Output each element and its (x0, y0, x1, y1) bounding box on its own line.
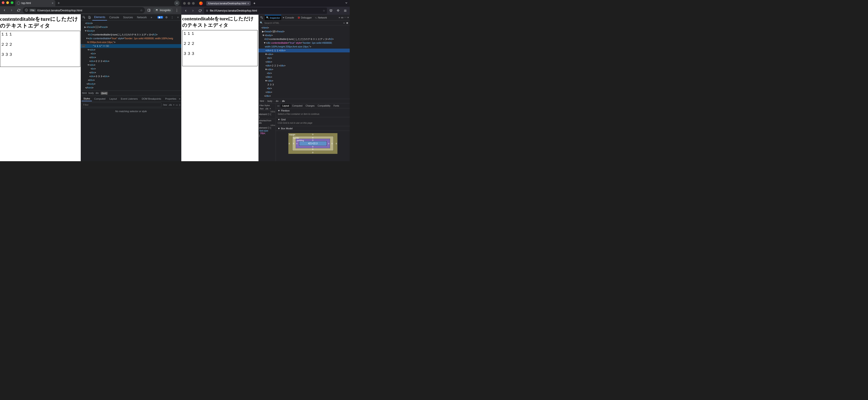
styles-filter-input[interactable] (82, 102, 161, 107)
svg-rect-0 (148, 9, 150, 11)
device-toggle-icon[interactable] (87, 15, 92, 20)
maximize-window-button[interactable] (11, 1, 13, 4)
reload-button[interactable] (16, 7, 22, 13)
compatibility-tab[interactable]: Compatibility (316, 104, 332, 108)
elements-dom-tree[interactable]: <html> ▶<head>…</head> ▼<body> <h2>conte… (81, 21, 181, 91)
minimize-window-button[interactable] (6, 1, 9, 4)
fonts-tab[interactable]: Fonts (332, 104, 341, 108)
layout-tab[interactable]: Layout (108, 96, 119, 101)
close-tab-icon[interactable]: × (248, 2, 249, 5)
crumb-div[interactable]: div (276, 100, 279, 102)
styles-tab[interactable]: Styles (82, 96, 92, 101)
more-tabs-icon[interactable]: » (149, 15, 154, 20)
browser-tab[interactable]: /Users/yui.tanaka/Desktop/top.html × (206, 1, 251, 6)
crumb-html[interactable]: html (82, 92, 87, 95)
tab-network[interactable]: ↑↓ Network (314, 16, 328, 20)
rules-pane[interactable]: Filter Styles :hov .cls + inline element… (258, 103, 276, 161)
extensions-icon[interactable] (335, 7, 341, 14)
search-html-input[interactable] (264, 22, 342, 24)
new-tab-button[interactable]: + (58, 1, 60, 6)
tab-console[interactable]: Console (107, 14, 121, 20)
layout-pane: ▭ Layout Computed Changes Compatibility … (276, 103, 350, 161)
close-tab-icon[interactable]: × (52, 1, 54, 5)
crumb-html[interactable]: html (260, 100, 264, 102)
cls-toggle[interactable]: .cls (168, 104, 172, 106)
contenteditable-box[interactable]: １１１ ２２２ ３３３ (182, 30, 257, 66)
lock-icon[interactable]: 🗎 (206, 9, 209, 12)
side-panel-button[interactable] (146, 7, 152, 13)
bookmark-star-icon[interactable]: ☆ (140, 9, 143, 12)
inspector-dom-tree[interactable]: <html> ▶<head>⇄</head> ▼<body> <h2>conte… (258, 25, 350, 99)
pocket-icon[interactable] (328, 7, 334, 14)
minimize-window-button[interactable] (188, 2, 190, 5)
close-window-button[interactable] (183, 2, 186, 5)
new-tab-button[interactable]: + (253, 1, 255, 5)
url-bar[interactable]: 🗎 file:///Users/yui.tanaka/Desktop/top.h… (204, 7, 327, 14)
tab-debugger[interactable]: 🐞 Debugger (296, 15, 313, 20)
new-style-button[interactable]: + (173, 104, 175, 106)
page-heading: contenteditableをtureにしただけのテキストエディタ (182, 16, 257, 28)
tab-inspector[interactable]: 🔍 Inspector (265, 15, 281, 20)
inspect-element-icon[interactable] (82, 15, 87, 20)
forward-button[interactable] (190, 7, 196, 14)
hov-toggle[interactable]: :hov (163, 104, 167, 106)
boxmodel-accordion[interactable]: ▼ Box Model (276, 126, 350, 131)
back-button[interactable] (183, 7, 189, 14)
crumb-text[interactable]: (text) (101, 92, 108, 95)
issues-badge[interactable]: ▣ 1 (157, 16, 163, 19)
firefox-window: /Users/yui.tanaka/Desktop/top.html × + 🗎… (181, 0, 350, 161)
tab-list-button[interactable] (345, 1, 348, 5)
eyedropper-icon[interactable]: ◉ (346, 22, 348, 24)
flexbox-accordion[interactable]: ▼ Flexbox Select a Flex container or ite… (276, 109, 350, 117)
chrome-menu-button[interactable]: ⋮ (174, 7, 180, 13)
close-window-button[interactable] (2, 1, 4, 4)
url-bar[interactable]: ⓘ File /Users/yui.tanaka/Desktop/top.htm… (23, 7, 145, 13)
computed-toggle-icon[interactable]: ▭ (176, 104, 178, 106)
crumb-body[interactable]: body (89, 92, 94, 95)
settings-gear-icon[interactable]: ⚙ (164, 15, 169, 20)
forward-button[interactable] (8, 7, 15, 13)
computed-tab[interactable]: Computed (290, 104, 304, 108)
changes-tab[interactable]: Changes (304, 104, 316, 108)
crumb-div-sel[interactable]: div (282, 100, 285, 102)
devtools-menu-icon[interactable]: ⋯ (344, 16, 347, 19)
computed-tab[interactable]: Computed (92, 96, 107, 101)
devtools-menu-icon[interactable]: ⋮ (170, 15, 175, 20)
tab-sources[interactable]: Sources (121, 14, 135, 20)
info-icon[interactable]: ⓘ (25, 8, 28, 12)
close-devtools-icon[interactable]: × (176, 15, 180, 20)
firefox-menu-button[interactable] (342, 7, 348, 14)
back-button[interactable] (1, 7, 8, 13)
properties-tab[interactable]: Properties (163, 96, 178, 101)
tab-menu-button[interactable] (174, 0, 180, 6)
svg-rect-4 (83, 16, 84, 18)
contenteditable-box[interactable]: １１１ ２２２ ３３３ (0, 31, 80, 67)
crumb-div[interactable]: div (96, 92, 99, 95)
tab-network[interactable]: Network (135, 14, 149, 20)
more-styles-tabs-icon[interactable]: » (179, 97, 180, 100)
browser-tab[interactable]: top.html × (15, 0, 55, 6)
more-tabs-icon[interactable]: » (339, 16, 340, 19)
styles-filter-row: :hov .cls + ▭ ▯ (81, 101, 181, 108)
maximize-window-button[interactable] (192, 2, 195, 5)
filter-styles-label[interactable]: Filter Styles (259, 104, 270, 106)
bookmark-star-icon[interactable]: ☆ (323, 9, 325, 12)
box-model-diagram[interactable]: margin 0000 border 0000 padding 0000 421… (276, 131, 350, 156)
layout-tab[interactable]: Layout (281, 104, 290, 108)
tab-elements[interactable]: Elements (92, 14, 107, 21)
dock-icon[interactable]: ▭ (341, 16, 343, 19)
rules-icon[interactable]: ▭ (276, 103, 281, 109)
crumb-body[interactable]: body (268, 100, 272, 102)
dom-breakpoints-tab[interactable]: DOM Breakpoints (140, 96, 163, 101)
close-devtools-icon[interactable]: × (347, 16, 349, 19)
firefox-logo-icon (199, 2, 203, 5)
sidebar-toggle-icon[interactable]: ▯ (179, 104, 180, 106)
tab-console[interactable]: ▸ Console (282, 15, 295, 20)
inspect-element-icon[interactable] (259, 15, 264, 20)
add-element-button[interactable]: + (343, 22, 345, 24)
incognito-badge[interactable]: Incognito (153, 8, 173, 13)
event-listeners-tab[interactable]: Event Listeners (119, 96, 140, 101)
url-text: file:///Users/yui.tanaka/Desktop/top.htm… (210, 9, 257, 12)
reload-button[interactable] (197, 7, 203, 14)
grid-accordion[interactable]: ▼ Grid CSS Grid is not in use on this pa… (276, 117, 350, 126)
